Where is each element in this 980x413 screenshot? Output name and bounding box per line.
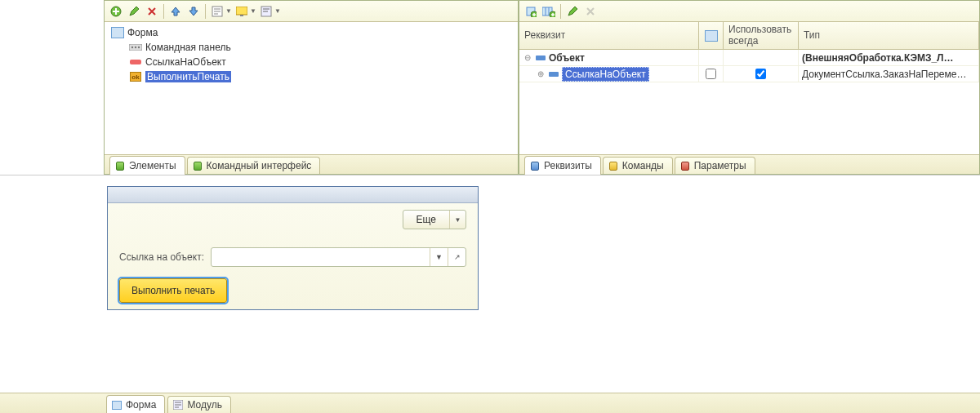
editor-bottom-tabs: Форма Модуль [0,393,980,413]
delete-attr-button[interactable] [582,3,599,20]
open-icon[interactable]: ↗ [448,248,466,266]
svg-rect-3 [240,15,243,16]
col-icon[interactable] [699,22,724,49]
svg-point-7 [135,47,136,48]
tab-label: Параметры [694,160,746,171]
button-label: Выполнить печать [131,285,215,296]
attributes-grid: Реквизит Использовать всегда Тип ⊖ Объек… [519,22,979,154]
properties-button[interactable] [209,3,225,20]
svg-point-8 [138,47,140,48]
dropdown-icon[interactable]: ▼ [274,7,281,15]
tab-label: Модуль [187,399,222,411]
tab-label: Форма [126,399,156,411]
tree-label: Командная панель [145,42,231,53]
use-always-checkbox[interactable] [755,69,766,79]
tab-commands[interactable]: Команды [603,157,673,174]
tab-attributes[interactable]: Реквизиты [524,156,601,175]
dropdown-icon[interactable]: ▼ [225,7,232,15]
node-icon [536,56,546,60]
tree-label: Форма [127,27,158,38]
move-down-button[interactable] [185,3,202,20]
node-icon [549,72,559,77]
dropdown-icon[interactable]: ▼ [250,7,256,15]
tree-item-command-panel[interactable]: Командная панель [105,40,518,55]
tab-module[interactable]: Модуль [167,396,231,413]
use-checkbox[interactable] [706,69,716,79]
button-icon: ok [129,71,142,82]
elements-panel: ▼ ▼ ▼ Форма Командная панель СсылкаНаОбъ… [104,0,519,175]
tree-item-execute-print[interactable]: ok ВыполнитьПечать [105,69,518,84]
execute-print-button[interactable]: Выполнить печать [119,278,227,303]
tree-label: ВыполнитьПечать [145,71,231,82]
tree-item-reference-field[interactable]: СсылкаНаОбъект [105,55,518,69]
reference-input[interactable]: ▼ ↗ [211,247,466,267]
reference-text-input[interactable] [212,248,430,266]
form-icon [705,30,718,42]
elements-tree: Форма Командная панель СсылкаНаОбъект ok… [105,22,518,154]
add-attr-button[interactable] [523,3,539,20]
command-panel-icon [129,42,142,53]
cell-type: (ВнешняяОбработка.КЭМЗ_Л… [802,52,954,64]
tree-label: СсылкаНаОбъект [145,56,226,68]
tab-form[interactable]: Форма [106,395,165,413]
edit-attr-button[interactable] [564,3,581,20]
svg-point-6 [131,47,133,48]
tab-command-interface[interactable]: Командный интерфейс [187,157,321,174]
add-cols-button[interactable] [541,3,557,20]
tab-elements[interactable]: Элементы [109,156,185,175]
filter-button[interactable] [258,3,274,20]
tab-label: Элементы [129,160,176,171]
left-panel-tabs: Элементы Командный интерфейс [105,154,518,174]
svg-rect-2 [236,7,247,15]
form-preview: Еще ▼ Ссылка на объект: ▼ ↗ Выполнить пе… [107,186,479,310]
form-icon [111,27,124,38]
col-attribute[interactable]: Реквизит [519,22,699,49]
tree-root-form[interactable]: Форма [105,25,518,40]
cell-label: Объект [549,52,585,64]
dropdown-icon[interactable]: ▼ [430,248,448,266]
preview-button[interactable] [234,3,250,20]
field-label: Ссылка на объект: [119,251,204,263]
grid-header: Реквизит Использовать всегда Тип [519,22,979,50]
preview-titlebar [108,187,478,203]
col-type[interactable]: Тип [799,22,979,49]
grid-row-object[interactable]: ⊖ Объект (ВнешняяОбработка.КЭМЗ_Л… [519,50,979,66]
expand-icon[interactable]: ⊕ [536,69,546,79]
cell-type: ДокументСсылка.ЗаказНаПереме… [802,69,966,80]
collapse-icon[interactable]: ⊖ [523,53,532,63]
tab-parameters[interactable]: Параметры [675,157,755,174]
module-icon [173,400,183,410]
edit-button[interactable] [126,3,142,20]
right-panel-tabs: Реквизиты Команды Параметры [519,154,979,174]
add-button[interactable] [108,3,124,20]
grid-row-reference[interactable]: ⊕ СсылкаНаОбъект ДокументСсылка.ЗаказНаП… [519,66,979,82]
chevron-down-icon: ▼ [449,211,466,229]
tab-label: Команды [622,160,664,171]
cell-label: СсылкаНаОбъект [562,67,649,82]
field-icon [129,56,142,68]
tab-label: Реквизиты [544,160,592,171]
tab-label: Командный интерфейс [207,160,312,171]
col-use-always[interactable]: Использовать всегда [724,22,799,49]
delete-button[interactable] [144,3,160,20]
move-up-button[interactable] [167,3,184,20]
attributes-toolbar [519,1,979,22]
form-icon [112,400,122,410]
more-button[interactable]: Еще ▼ [403,210,466,229]
attributes-panel: Реквизит Использовать всегда Тип ⊖ Объек… [519,0,980,175]
elements-toolbar: ▼ ▼ ▼ [105,1,518,22]
button-label: Еще [403,214,449,225]
